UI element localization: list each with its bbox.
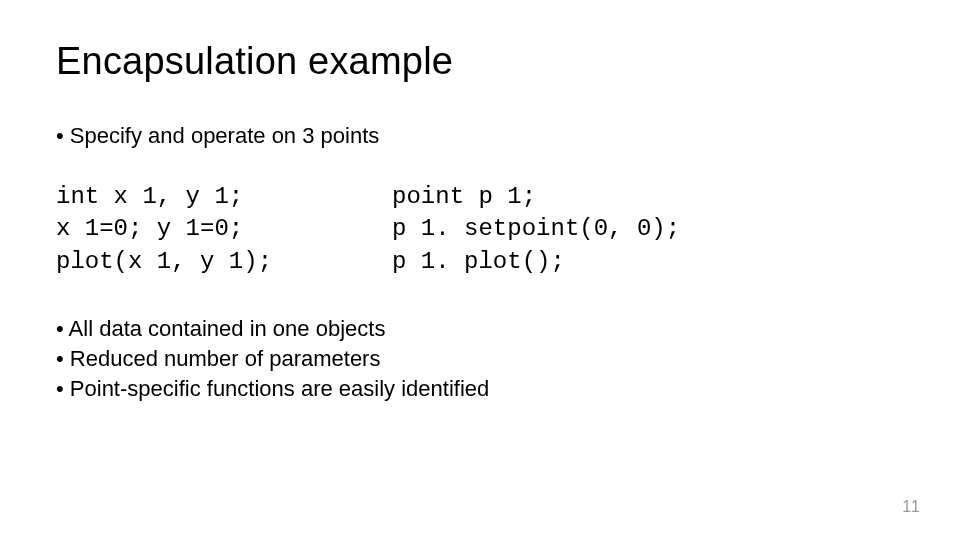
slide: Encapsulation example Specify and operat… xyxy=(0,0,960,540)
slide-title: Encapsulation example xyxy=(56,40,904,83)
note-3: Point-specific functions are easily iden… xyxy=(56,374,904,404)
notes-list: All data contained in one objects Reduce… xyxy=(56,314,904,403)
note-1: All data contained in one objects xyxy=(56,314,904,344)
page-number: 11 xyxy=(902,498,920,516)
note-2: Reduced number of parameters xyxy=(56,344,904,374)
code-left: int x 1, y 1; x 1=0; y 1=0; plot(x 1, y … xyxy=(56,181,272,278)
intro-bullet: Specify and operate on 3 points xyxy=(56,123,904,149)
code-columns: int x 1, y 1; x 1=0; y 1=0; plot(x 1, y … xyxy=(56,181,904,278)
code-right: point p 1; p 1. setpoint(0, 0); p 1. plo… xyxy=(392,181,680,278)
